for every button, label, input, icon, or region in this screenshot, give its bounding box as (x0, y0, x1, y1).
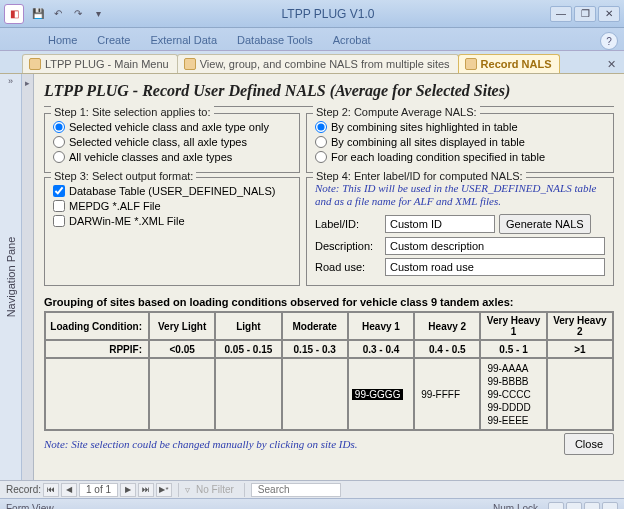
save-icon[interactable]: 💾 (30, 6, 46, 22)
ribbon-tab-create[interactable]: Create (87, 30, 140, 50)
next-record-button[interactable]: ▶ (120, 483, 136, 497)
view-form-icon[interactable] (548, 502, 564, 510)
step3-opt1[interactable]: Database Table (USER_DEFINED_NALS) (53, 185, 291, 197)
doc-tab-main-menu[interactable]: LTPP PLUG - Main Menu (22, 54, 178, 73)
table-cell: >1 (547, 340, 613, 358)
site-id[interactable]: 99-GGGG (352, 389, 404, 400)
redo-icon[interactable]: ↷ (70, 6, 86, 22)
view-datasheet-icon[interactable] (566, 502, 582, 510)
record-selector[interactable]: ▸ (22, 74, 34, 480)
step2-opt1[interactable]: By combining sites highlighted in table (315, 121, 605, 133)
app-icon[interactable]: ◧ (4, 4, 24, 24)
checkbox-icon[interactable] (53, 200, 65, 212)
radio-icon[interactable] (53, 151, 65, 163)
site-id[interactable]: 99-EEEE (484, 415, 531, 426)
table-header: Moderate (282, 312, 348, 340)
close-window-button[interactable]: ✕ (598, 6, 620, 22)
navigation-pane[interactable]: » Navigation Pane (0, 74, 22, 480)
table-cell[interactable]: 99-FFFF (414, 358, 480, 430)
step1-opt1[interactable]: Selected vehicle class and axle type onl… (53, 121, 291, 133)
help-icon[interactable]: ? (600, 32, 618, 50)
first-record-button[interactable]: ⏮ (43, 483, 59, 497)
ribbon-tab-external-data[interactable]: External Data (140, 30, 227, 50)
ribbon-tab-database-tools[interactable]: Database Tools (227, 30, 323, 50)
radio-icon[interactable] (53, 121, 65, 133)
radio-icon[interactable] (315, 151, 327, 163)
footer-note: Note: Site selection could be changed ma… (44, 438, 357, 450)
record-position: 1 of 1 (79, 483, 118, 497)
table-cell[interactable]: 99-AAAA 99-BBBB 99-CCCC 99-DDDD 99-EEEE (480, 358, 546, 430)
step3-legend: Step 3: Select output format: (51, 170, 196, 182)
table-header: Heavy 1 (348, 312, 414, 340)
labelid-input[interactable] (385, 215, 495, 233)
status-left: Form View (6, 503, 54, 509)
ribbon-tab-home[interactable]: Home (38, 30, 87, 50)
filter-icon: ▿ (185, 484, 190, 495)
description-input[interactable] (385, 237, 605, 255)
close-button[interactable]: Close (564, 433, 614, 455)
step1-opt2[interactable]: Selected vehicle class, all axle types (53, 136, 291, 148)
step2-legend: Step 2: Compute Average NALS: (313, 106, 480, 118)
step1-group: Step 1: Site selection applies to: Selec… (44, 113, 300, 173)
form-canvas: LTPP PLUG - Record User Defined NALS (Av… (34, 74, 624, 480)
undo-icon[interactable]: ↶ (50, 6, 66, 22)
ribbon-tabs: Home Create External Data Database Tools… (0, 28, 624, 50)
radio-icon[interactable] (53, 136, 65, 148)
table-cell: 0.5 - 1 (480, 340, 546, 358)
site-id[interactable]: 99-FFFF (418, 389, 463, 400)
last-record-button[interactable]: ⏭ (138, 483, 154, 497)
status-bar: Form View Num Lock (0, 498, 624, 509)
new-record-button[interactable]: ▶* (156, 483, 172, 497)
table-cell: 0.05 - 0.15 (215, 340, 281, 358)
table-cell[interactable] (215, 358, 281, 430)
table-cell[interactable] (547, 358, 613, 430)
site-id[interactable]: 99-AAAA (484, 363, 531, 374)
prev-record-button[interactable]: ◀ (61, 483, 77, 497)
site-id[interactable]: 99-DDDD (484, 402, 533, 413)
step2-opt3[interactable]: For each loading condition specified in … (315, 151, 605, 163)
expand-nav-icon[interactable]: » (2, 76, 20, 92)
minimize-button[interactable]: — (550, 6, 572, 22)
doc-tab-record-nals[interactable]: Record NALS (458, 54, 561, 73)
document-tabs: LTPP PLUG - Main Menu View, group, and c… (0, 50, 624, 74)
table-cell[interactable]: 99-GGGG (348, 358, 414, 430)
qat-dropdown-icon[interactable]: ▾ (90, 6, 106, 22)
restore-button[interactable]: ❐ (574, 6, 596, 22)
title-bar: ◧ 💾 ↶ ↷ ▾ LTPP PLUG V1.0 — ❐ ✕ (0, 0, 624, 28)
table-row-label (45, 358, 149, 430)
step3-opt3[interactable]: DARWin-ME *.XML File (53, 215, 291, 227)
no-filter-label: No Filter (192, 484, 238, 495)
description-label: Description: (315, 240, 381, 252)
checkbox-icon[interactable] (53, 185, 65, 197)
table-cell: 0.4 - 0.5 (414, 340, 480, 358)
step2-opt2[interactable]: By combining all sites displayed in tabl… (315, 136, 605, 148)
site-id[interactable]: 99-CCCC (484, 389, 533, 400)
record-label: Record: (6, 484, 41, 495)
view-layout-icon[interactable] (584, 502, 600, 510)
checkbox-icon[interactable] (53, 215, 65, 227)
table-header: Very Heavy 2 (547, 312, 613, 340)
view-design-icon[interactable] (602, 502, 618, 510)
doc-tab-label: Record NALS (481, 58, 552, 70)
table-cell[interactable] (282, 358, 348, 430)
roaduse-input[interactable] (385, 258, 605, 276)
step1-opt3[interactable]: All vehicle classes and axle types (53, 151, 291, 163)
page-title: LTPP PLUG - Record User Defined NALS (Av… (44, 80, 614, 107)
ribbon-tab-acrobat[interactable]: Acrobat (323, 30, 381, 50)
step3-opt2[interactable]: MEPDG *.ALF File (53, 200, 291, 212)
radio-icon[interactable] (315, 136, 327, 148)
grouping-table: Loading Condition: Very Light Light Mode… (44, 311, 614, 431)
table-header: Loading Condition: (45, 312, 149, 340)
table-row-label: RPPIF: (45, 340, 149, 358)
doc-tab-view-group[interactable]: View, group, and combine NALS from multi… (177, 54, 459, 73)
radio-icon[interactable] (315, 121, 327, 133)
table-header: Light (215, 312, 281, 340)
site-id[interactable]: 99-BBBB (484, 376, 531, 387)
search-input[interactable] (251, 483, 341, 497)
step1-legend: Step 1: Site selection applies to: (51, 106, 214, 118)
table-cell[interactable] (149, 358, 215, 430)
grouping-caption: Grouping of sites based on loading condi… (44, 296, 614, 308)
generate-nals-button[interactable]: Generate NALS (499, 214, 591, 234)
close-tab-button[interactable]: ✕ (602, 55, 620, 73)
navigation-pane-label: Navigation Pane (5, 237, 17, 318)
